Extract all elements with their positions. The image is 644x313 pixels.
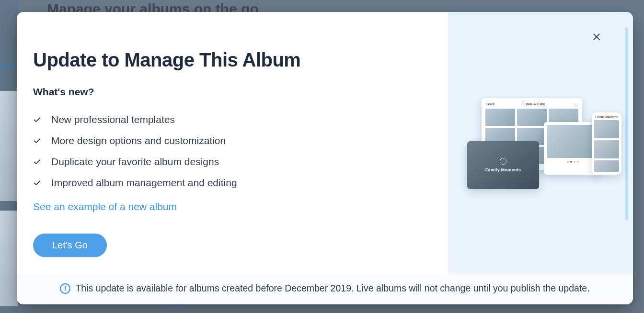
check-icon: [33, 116, 42, 124]
feature-text: Improved album management and editing: [51, 177, 237, 189]
lets-go-button[interactable]: Let's Go: [33, 234, 107, 257]
preview-logo-icon: [500, 158, 506, 165]
feature-item: Duplicate your favorite album designs: [33, 151, 433, 172]
example-album-link[interactable]: See an example of a new album: [33, 201, 177, 212]
preview-thumb: [594, 120, 619, 138]
footer-notice: This update is available for albums crea…: [75, 283, 589, 294]
preview-dots: [547, 161, 598, 163]
update-album-modal: Update to Manage This Album What's new? …: [17, 12, 633, 304]
preview-hero-card: Family Moments: [467, 141, 539, 189]
preview-phone-title: Family Moments: [594, 115, 619, 118]
preview-menu-icon: ⋯: [574, 102, 577, 106]
close-button[interactable]: [590, 30, 603, 44]
preview-gallery-title: Liam & Ellie: [523, 102, 545, 106]
check-icon: [33, 179, 42, 187]
preview-thumb: [517, 109, 547, 126]
background-tab-fragment: alb: [0, 60, 13, 71]
check-icon: [33, 137, 42, 145]
preview-hero-caption: Family Moments: [485, 168, 521, 172]
background-photo: [0, 211, 18, 306]
feature-item: More design options and customization: [33, 130, 433, 151]
feature-item: New professional templates: [33, 109, 433, 130]
scrollbar[interactable]: [625, 27, 628, 220]
modal-side-panel: Back Liam & Ellie ⋯: [448, 12, 633, 273]
preview-thumb: [485, 109, 515, 126]
modal-footer: i This update is available for albums cr…: [17, 273, 633, 304]
preview-photo: [547, 125, 598, 158]
preview-thumb: [594, 160, 619, 172]
background-photo: [0, 91, 18, 201]
modal-subtitle: What's new?: [33, 86, 433, 98]
feature-text: Duplicate your favorite album designs: [51, 156, 219, 168]
preview-back-label: Back: [486, 102, 495, 106]
info-icon: i: [60, 283, 70, 294]
feature-item: Improved album management and editing: [33, 172, 433, 193]
feature-list: New professional templates More design o…: [33, 109, 433, 193]
modal-content: Update to Manage This Album What's new? …: [17, 12, 448, 273]
close-icon: [592, 32, 601, 42]
feature-text: More design options and customization: [51, 135, 226, 146]
modal-title: Update to Manage This Album: [33, 49, 433, 71]
modal-body: Update to Manage This Album What's new? …: [17, 12, 633, 273]
preview-thumb: [594, 140, 619, 158]
check-icon: [33, 158, 42, 166]
feature-text: New professional templates: [51, 114, 175, 125]
preview-phone-card: Family Moments: [592, 112, 621, 175]
album-preview-illustration: Back Liam & Ellie ⋯: [467, 98, 608, 199]
